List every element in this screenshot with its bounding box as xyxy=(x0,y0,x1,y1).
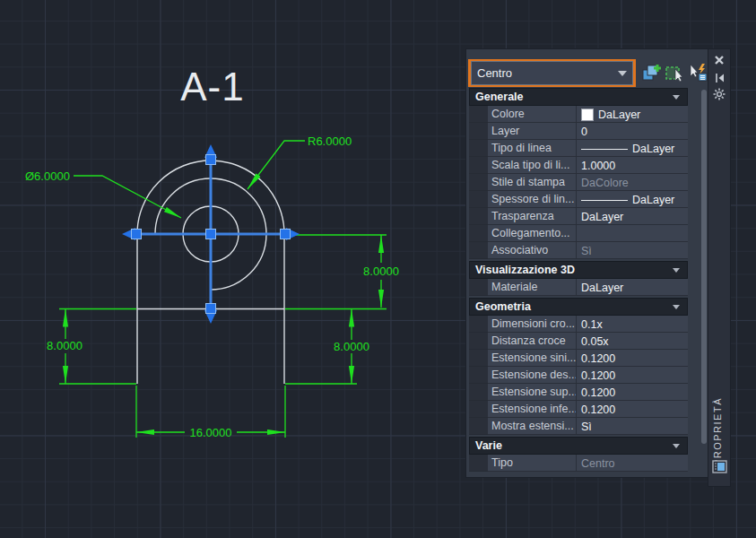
section-title: Generale xyxy=(475,91,524,103)
property-value: DaColore xyxy=(577,174,688,191)
property-row-dimensioni-croce[interactable]: Dimensioni cro... 0.1x xyxy=(469,316,688,333)
property-row-collegamento[interactable]: Collegamento... xyxy=(469,225,688,242)
property-value: Centro xyxy=(577,455,688,472)
view-title: A-1 xyxy=(180,65,244,108)
grip-left[interactable] xyxy=(132,230,142,239)
property-row-mostra-estensioni[interactable]: Mostra estensi... Sì xyxy=(469,418,688,435)
property-value[interactable]: 0.1200 xyxy=(577,384,688,401)
property-value: Sì xyxy=(577,242,688,259)
property-value[interactable]: 0.1200 xyxy=(577,350,688,367)
properties-palette: Centro Generale Colore DaLayer xyxy=(466,49,708,477)
dim-radius-text[interactable]: R6.0000 xyxy=(308,134,352,148)
property-value[interactable]: 0.1x xyxy=(577,316,688,333)
property-row-layer[interactable]: Layer 0 xyxy=(469,123,688,140)
property-label: Trasparenza xyxy=(488,208,577,225)
section-header-geometria[interactable]: Geometria xyxy=(469,298,688,316)
grip-center[interactable] xyxy=(206,230,216,239)
dim-width-text[interactable]: 16.0000 xyxy=(190,426,232,439)
dim-right-bottom-text[interactable]: 8.0000 xyxy=(334,340,369,353)
property-label: Associativo xyxy=(488,242,577,259)
property-label: Tipo xyxy=(488,455,577,472)
dim-diameter-text[interactable]: Ø6.0000 xyxy=(25,169,70,183)
property-row-distanza-croce[interactable]: Distanza croce 0.05x xyxy=(469,333,688,350)
chevron-down-icon[interactable] xyxy=(673,444,680,448)
property-row-stile-di-stampa[interactable]: Stile di stampa DaColore xyxy=(469,174,688,191)
property-row-tipo[interactable]: Tipo Centro xyxy=(469,455,688,472)
property-label: Collegamento... xyxy=(488,225,577,242)
property-value[interactable]: 0.05x xyxy=(577,333,688,350)
properties-palette-icon[interactable] xyxy=(712,460,727,473)
property-label: Materiale xyxy=(488,279,577,296)
property-label: Estensione sup... xyxy=(488,384,577,401)
property-row-estensione-superiore[interactable]: Estensione sup... 0.1200 xyxy=(469,384,688,401)
object-type-dropdown-inner[interactable]: Centro xyxy=(471,61,633,85)
scrollbar-thumb[interactable] xyxy=(701,90,707,444)
close-icon[interactable] xyxy=(713,54,726,66)
chevron-down-icon[interactable] xyxy=(673,268,680,273)
center-mark-selected[interactable] xyxy=(122,144,300,324)
property-label: Colore xyxy=(488,106,577,123)
chevron-down-icon[interactable] xyxy=(673,95,680,100)
palette-title: PROPRIETÀ xyxy=(712,397,723,466)
property-value[interactable]: 0.1200 xyxy=(577,367,688,384)
property-row-spessore-di-linea[interactable]: Spessore di lin... DaLayer xyxy=(469,191,688,208)
property-row-estensione-sinistra[interactable]: Estensione sini... 0.1200 xyxy=(469,350,688,367)
property-value[interactable]: DaLayer xyxy=(577,140,688,157)
property-row-estensione-destra[interactable]: Estensione des... 0.1200 xyxy=(469,367,688,384)
property-value[interactable]: DaLayer xyxy=(577,279,688,296)
section-title: Varie xyxy=(475,439,502,452)
grip-top[interactable] xyxy=(206,155,216,165)
property-label: Stile di stampa xyxy=(488,174,577,191)
property-label: Mostra estensi... xyxy=(488,418,577,435)
property-row-tipo-di-linea[interactable]: Tipo di linea DaLayer xyxy=(469,140,688,157)
property-value[interactable]: 0.1200 xyxy=(577,401,688,418)
grip-bottom[interactable] xyxy=(206,304,216,314)
property-label: Layer xyxy=(488,123,577,140)
lineweight-glyph xyxy=(581,200,628,201)
property-label: Estensione des... xyxy=(488,367,577,384)
select-objects-icon[interactable] xyxy=(664,62,685,83)
property-label: Estensione infe... xyxy=(488,401,577,418)
settings-icon[interactable] xyxy=(713,88,726,100)
property-row-estensione-inferiore[interactable]: Estensione infe... 0.1200 xyxy=(469,401,688,418)
property-value[interactable]: DaLayer xyxy=(577,208,688,225)
diameter-leader[interactable] xyxy=(74,176,181,218)
property-label: Dimensioni cro... xyxy=(488,316,577,333)
chevron-down-icon[interactable] xyxy=(673,305,680,309)
color-swatch xyxy=(581,108,594,121)
object-type-dropdown[interactable]: Centro xyxy=(468,59,636,87)
object-type-value: Centro xyxy=(477,66,512,80)
property-row-trasparenza[interactable]: Trasparenza DaLayer xyxy=(469,208,688,225)
property-label: Scala tipo di li... xyxy=(488,157,577,174)
quick-select-icon[interactable] xyxy=(687,62,708,83)
section-title: Visualizzazione 3D xyxy=(475,264,575,276)
property-row-materiale[interactable]: Materiale DaLayer xyxy=(469,279,688,296)
property-label: Distanza croce xyxy=(488,333,577,350)
section-header-generale[interactable]: Generale xyxy=(469,88,688,106)
linetype-glyph xyxy=(581,149,628,150)
palette-title-bar[interactable]: PROPRIETÀ xyxy=(708,49,730,486)
property-value[interactable]: DaLayer xyxy=(577,191,688,208)
section-header-visualizzazione-3d[interactable]: Visualizzazione 3D xyxy=(469,261,688,279)
section-title: Geometria xyxy=(475,300,531,313)
property-row-associativo[interactable]: Associativo Sì xyxy=(469,242,688,259)
dim-left-text[interactable]: 8.0000 xyxy=(47,339,83,352)
property-label: Tipo di linea xyxy=(488,140,577,157)
property-row-scala-tipo-di-linea[interactable]: Scala tipo di li... 1.0000 xyxy=(469,157,688,174)
property-value[interactable]: Sì xyxy=(577,418,688,435)
property-value[interactable]: 0 xyxy=(577,123,688,140)
property-value[interactable]: DaLayer xyxy=(577,106,688,123)
section-header-varie[interactable]: Varie xyxy=(469,437,688,455)
property-value[interactable]: 1.0000 xyxy=(577,157,688,174)
property-label: Spessore di lin... xyxy=(488,191,577,208)
property-value[interactable] xyxy=(577,225,688,242)
toggle-pickadd-icon[interactable] xyxy=(640,62,662,83)
chevron-down-icon[interactable] xyxy=(618,71,627,76)
auto-hide-icon[interactable] xyxy=(713,72,726,84)
property-row-colore[interactable]: Colore DaLayer xyxy=(469,106,688,123)
radius-leader[interactable] xyxy=(248,141,305,189)
dim-right-top-text[interactable]: 8.0000 xyxy=(363,265,399,278)
grip-right[interactable] xyxy=(281,230,291,239)
property-grid: Generale Colore DaLayer Layer 0 Tipo di … xyxy=(469,88,688,472)
dimension-lines[interactable] xyxy=(59,141,387,438)
